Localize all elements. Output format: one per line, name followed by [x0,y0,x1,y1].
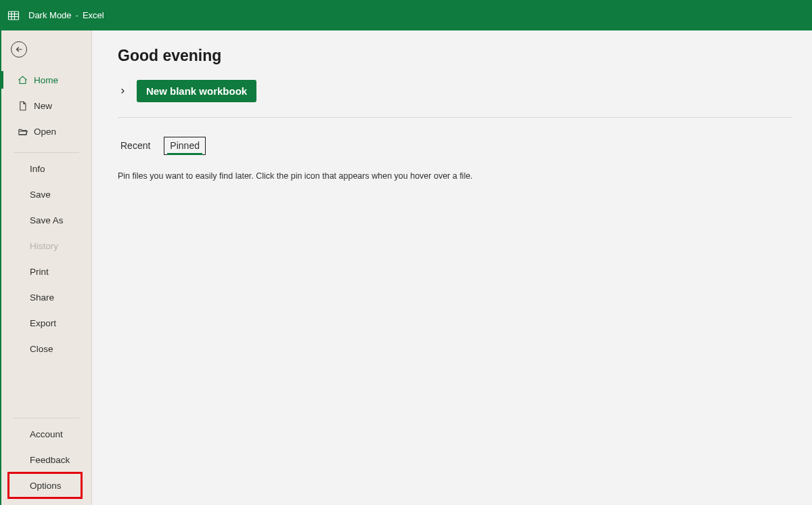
title-separator: - [76,10,78,20]
sidebar-item-label: Account [30,429,63,439]
sidebar-item-export[interactable]: Export [1,310,91,336]
home-icon [16,75,28,85]
sidebar-item-open[interactable]: Open [1,118,91,144]
sidebar-item-label: Save [30,190,51,200]
sidebar-item-new[interactable]: New [1,93,91,118]
sidebar-item-save[interactable]: Save [1,181,91,207]
app-name: Excel [83,10,104,20]
page-title: Good evening [118,47,792,65]
sidebar-item-label: Export [30,318,56,328]
sidebar-item-label: Feedback [30,455,70,465]
sidebar-item-share[interactable]: Share [1,284,91,310]
tab-pinned[interactable]: Pinned [164,137,206,155]
new-blank-workbook-button[interactable]: New blank workbook [137,80,256,102]
back-button[interactable] [11,41,27,58]
sidebar-item-label: Options [30,481,62,491]
sidebar-item-save-as[interactable]: Save As [1,207,91,233]
sidebar-item-label: History [30,241,58,251]
sidebar-item-label: Close [30,344,53,354]
sidebar-item-label: Print [30,267,49,277]
sidebar-item-close[interactable]: Close [1,336,91,361]
sidebar: Home New Open [1,30,92,505]
svg-rect-0 [9,12,19,20]
sidebar-item-home[interactable]: Home [1,67,91,93]
excel-icon [7,9,20,22]
sidebar-item-label: Home [34,75,58,85]
sidebar-item-label: Save As [30,215,64,225]
main-content: Good evening New blank workbook Recent P… [92,30,812,505]
empty-state-message: Pin files you want to easily find later.… [118,171,792,181]
sidebar-item-feedback[interactable]: Feedback [1,447,91,473]
titlebar: Dark Mode - Excel [0,0,812,30]
sidebar-item-label: Info [30,164,45,174]
sidebar-divider [14,418,79,418]
sidebar-item-account[interactable]: Account [1,421,91,447]
sidebar-item-history: History [1,233,91,259]
document-title: Dark Mode [28,10,72,20]
tab-recent[interactable]: Recent [118,137,153,155]
sidebar-item-label: Open [34,127,56,137]
file-icon [16,101,28,111]
tabs: Recent Pinned [118,137,792,155]
sidebar-item-options[interactable]: Options [1,473,91,498]
sidebar-item-label: New [34,101,52,111]
sidebar-item-label: Share [30,292,54,303]
chevron-right-icon[interactable] [118,87,127,96]
folder-open-icon [16,127,28,137]
sidebar-item-info[interactable]: Info [1,156,91,181]
sidebar-divider [14,152,79,153]
sidebar-item-print[interactable]: Print [1,259,91,284]
new-row: New blank workbook [118,80,792,118]
